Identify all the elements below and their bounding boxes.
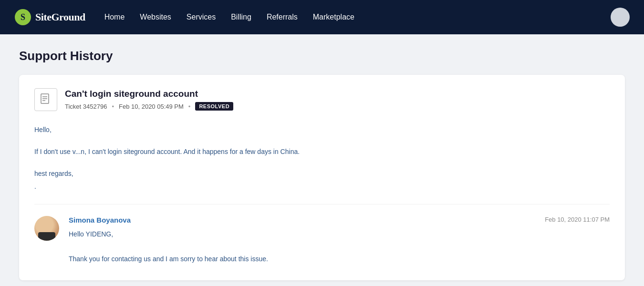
reply-line-1: Hello YIDENG, xyxy=(69,229,610,240)
navbar-left: S SiteGround Home Websites Services Bill… xyxy=(14,9,354,26)
ticket-header: Can't login siteground account Ticket 34… xyxy=(34,88,610,111)
reply-author[interactable]: Simona Boyanova xyxy=(69,216,131,224)
reply-line-2: Thank you for contacting us and I am sor… xyxy=(69,254,610,265)
message-line-2: If I don't use v...n, I can't login site… xyxy=(34,146,610,158)
nav-item-referrals[interactable]: Referrals xyxy=(267,13,298,21)
svg-text:S: S xyxy=(21,12,25,22)
nav-item-billing[interactable]: Billing xyxy=(231,13,251,21)
nav-links: Home Websites Services Billing Referrals… xyxy=(104,13,354,21)
avatar[interactable] xyxy=(611,8,630,27)
nav-link-home[interactable]: Home xyxy=(104,13,125,21)
avatar-image xyxy=(34,216,59,241)
nav-link-services[interactable]: Services xyxy=(187,13,216,21)
message-body: Hello, If I don't use v...n, I can't log… xyxy=(34,121,610,204)
ticket-title-area: Can't login siteground account Ticket 34… xyxy=(65,89,233,111)
ticket-document-icon xyxy=(34,88,57,111)
message-line-4: . xyxy=(34,181,610,193)
ticket-meta: Ticket 3452796 • Feb 10, 2020 05:49 PM •… xyxy=(65,102,233,111)
nav-link-websites[interactable]: Websites xyxy=(140,13,171,21)
nav-item-marketplace[interactable]: Marketplace xyxy=(313,13,354,21)
reply-content: Simona Boyanova Feb 10, 2020 11:07 PM He… xyxy=(69,216,610,266)
nav-link-marketplace[interactable]: Marketplace xyxy=(313,13,354,21)
nav-item-home[interactable]: Home xyxy=(104,13,125,21)
logo-container[interactable]: S SiteGround xyxy=(14,9,85,26)
navbar-right xyxy=(611,8,630,27)
reply-section: Simona Boyanova Feb 10, 2020 11:07 PM He… xyxy=(34,204,610,266)
ticket-number: Ticket 3452796 xyxy=(65,103,107,110)
navbar: S SiteGround Home Websites Services Bill… xyxy=(0,0,644,34)
reply-timestamp: Feb 10, 2020 11:07 PM xyxy=(545,216,610,223)
reply-text: Hello YIDENG, Thank you for contacting u… xyxy=(69,229,610,265)
nav-item-websites[interactable]: Websites xyxy=(140,13,171,21)
message-line-3: hest regards, xyxy=(34,168,610,180)
meta-dot-2: • xyxy=(188,103,191,110)
ticket-card: Can't login siteground account Ticket 34… xyxy=(19,75,625,280)
reply-header: Simona Boyanova Feb 10, 2020 11:07 PM xyxy=(69,216,610,224)
message-line-1: Hello, xyxy=(34,124,610,136)
ticket-title: Can't login siteground account xyxy=(65,89,233,99)
main-content: Support History Can't login siteground a… xyxy=(0,34,644,286)
resolved-badge: RESOLVED xyxy=(195,102,233,111)
reply-avatar xyxy=(34,216,59,241)
nav-link-billing[interactable]: Billing xyxy=(231,13,251,21)
nav-item-services[interactable]: Services xyxy=(187,13,216,21)
nav-link-referrals[interactable]: Referrals xyxy=(267,13,298,21)
ticket-date: Feb 10, 2020 05:49 PM xyxy=(119,103,184,110)
logo-text: SiteGround xyxy=(35,11,85,23)
siteground-logo-icon: S xyxy=(14,9,31,26)
page-title: Support History xyxy=(19,49,625,63)
meta-dot-1: • xyxy=(112,103,114,110)
